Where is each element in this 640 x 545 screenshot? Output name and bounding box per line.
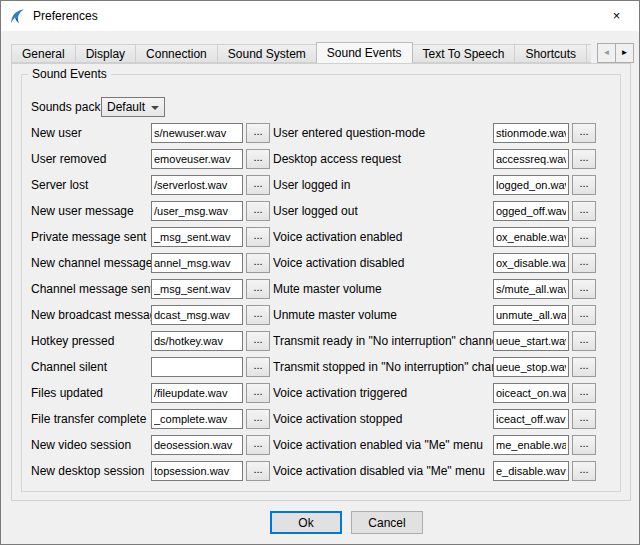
desktop-access-request-sound-input[interactable] bbox=[493, 149, 569, 169]
mute-master-volume-label: Mute master volume bbox=[273, 282, 493, 296]
channel-message-sent-sound-input[interactable] bbox=[151, 279, 243, 299]
row-voice-activation-triggered: Voice activation triggered ... bbox=[273, 383, 596, 403]
file-transfer-complete-browse-button[interactable]: ... bbox=[246, 409, 270, 429]
transmit-ready-no-interruption-sound-input[interactable] bbox=[493, 331, 569, 351]
new-video-session-browse-button[interactable]: ... bbox=[246, 435, 270, 455]
voice-activation-triggered-sound-input[interactable] bbox=[493, 383, 569, 403]
file-transfer-complete-sound-input[interactable] bbox=[151, 409, 243, 429]
row-new-desktop-session: New desktop session ... bbox=[31, 461, 270, 481]
voice-activation-enabled-sound-input[interactable] bbox=[493, 227, 569, 247]
new-user-browse-button[interactable]: ... bbox=[246, 123, 270, 143]
channel-message-sent-browse-button[interactable]: ... bbox=[246, 279, 270, 299]
close-icon[interactable]: × bbox=[594, 1, 639, 30]
voice-activation-stopped-browse-button[interactable]: ... bbox=[572, 409, 596, 429]
tab-video[interactable]: Video bbox=[586, 44, 591, 63]
new-video-session-sound-input[interactable] bbox=[151, 435, 243, 455]
new-desktop-session-browse-button[interactable]: ... bbox=[246, 461, 270, 481]
tab-display[interactable]: Display bbox=[75, 44, 136, 63]
new-broadcast-message-sound-input[interactable] bbox=[151, 305, 243, 325]
mute-master-volume-browse-button[interactable]: ... bbox=[572, 279, 596, 299]
voice-activation-disabled-me-menu-sound-input[interactable] bbox=[493, 461, 569, 481]
voice-activation-disabled-browse-button[interactable]: ... bbox=[572, 253, 596, 273]
transmit-ready-no-interruption-label: Transmit ready in "No interruption" chan… bbox=[273, 334, 493, 348]
dropdown-arrow-icon bbox=[151, 106, 159, 110]
new-channel-message-label: New channel message bbox=[31, 256, 151, 270]
unmute-master-volume-browse-button[interactable]: ... bbox=[572, 305, 596, 325]
unmute-master-volume-label: Unmute master volume bbox=[273, 308, 493, 322]
user-entered-question-mode-browse-button[interactable]: ... bbox=[572, 123, 596, 143]
transmit-ready-no-interruption-browse-button[interactable]: ... bbox=[572, 331, 596, 351]
new-channel-message-sound-input[interactable] bbox=[151, 253, 243, 273]
voice-activation-enabled-browse-button[interactable]: ... bbox=[572, 227, 596, 247]
row-user-logged-in: User logged in ... bbox=[273, 175, 596, 195]
channel-silent-sound-input[interactable] bbox=[151, 357, 243, 377]
desktop-access-request-label: Desktop access request bbox=[273, 152, 493, 166]
row-transmit-stopped-no-interruption: Transmit stopped in "No interruption" ch… bbox=[273, 357, 596, 377]
new-broadcast-message-label: New broadcast message bbox=[31, 308, 151, 322]
tab-connection[interactable]: Connection bbox=[135, 44, 218, 63]
private-message-sent-browse-button[interactable]: ... bbox=[246, 227, 270, 247]
user-logged-in-sound-input[interactable] bbox=[493, 175, 569, 195]
voice-activation-enabled-me-menu-browse-button[interactable]: ... bbox=[572, 435, 596, 455]
server-lost-sound-input[interactable] bbox=[151, 175, 243, 195]
user-removed-sound-input[interactable] bbox=[151, 149, 243, 169]
new-desktop-session-sound-input[interactable] bbox=[151, 461, 243, 481]
new-broadcast-message-browse-button[interactable]: ... bbox=[246, 305, 270, 325]
voice-activation-stopped-sound-input[interactable] bbox=[493, 409, 569, 429]
cancel-button[interactable]: Cancel bbox=[351, 511, 423, 534]
tab-sound-events[interactable]: Sound Events bbox=[316, 42, 413, 63]
row-hotkey-pressed: Hotkey pressed ... bbox=[31, 331, 270, 351]
unmute-master-volume-sound-input[interactable] bbox=[493, 305, 569, 325]
file-transfer-complete-label: File transfer complete bbox=[31, 412, 151, 426]
tab-text-to-speech[interactable]: Text To Speech bbox=[412, 44, 516, 63]
voice-activation-disabled-sound-input[interactable] bbox=[493, 253, 569, 273]
private-message-sent-sound-input[interactable] bbox=[151, 227, 243, 247]
sound-events-left-column: New user ... User removed ... Server los… bbox=[31, 123, 270, 487]
voice-activation-triggered-browse-button[interactable]: ... bbox=[572, 383, 596, 403]
user-entered-question-mode-sound-input[interactable] bbox=[493, 123, 569, 143]
sounds-pack-select[interactable]: Default bbox=[101, 97, 165, 117]
sounds-pack-row: Sounds pack Default bbox=[31, 97, 165, 117]
row-user-entered-question-mode: User entered question-mode ... bbox=[273, 123, 596, 143]
voice-activation-triggered-label: Voice activation triggered bbox=[273, 386, 493, 400]
user-logged-out-browse-button[interactable]: ... bbox=[572, 201, 596, 221]
transmit-stopped-no-interruption-sound-input[interactable] bbox=[493, 357, 569, 377]
tab-scroll-right-icon[interactable]: ► bbox=[615, 43, 634, 63]
desktop-access-request-browse-button[interactable]: ... bbox=[572, 149, 596, 169]
tab-scroll-left-icon[interactable]: ◄ bbox=[597, 43, 616, 63]
tab-sound-system[interactable]: Sound System bbox=[217, 44, 317, 63]
row-voice-activation-enabled: Voice activation enabled ... bbox=[273, 227, 596, 247]
row-channel-message-sent: Channel message sent ... bbox=[31, 279, 270, 299]
row-user-logged-out: User logged out ... bbox=[273, 201, 596, 221]
channel-silent-browse-button[interactable]: ... bbox=[246, 357, 270, 377]
tab-scroller: ◄ ► bbox=[597, 43, 634, 63]
row-file-transfer-complete: File transfer complete ... bbox=[31, 409, 270, 429]
server-lost-browse-button[interactable]: ... bbox=[246, 175, 270, 195]
files-updated-browse-button[interactable]: ... bbox=[246, 383, 270, 403]
new-user-message-browse-button[interactable]: ... bbox=[246, 201, 270, 221]
user-removed-browse-button[interactable]: ... bbox=[246, 149, 270, 169]
voice-activation-enabled-me-menu-label: Voice activation enabled via "Me" menu bbox=[273, 438, 493, 452]
row-desktop-access-request: Desktop access request ... bbox=[273, 149, 596, 169]
tab-bar: General Display Connection Sound System … bbox=[11, 42, 591, 63]
title-bar: Preferences × bbox=[1, 1, 639, 31]
user-logged-in-browse-button[interactable]: ... bbox=[572, 175, 596, 195]
ok-button[interactable]: Ok bbox=[270, 511, 342, 534]
row-voice-activation-stopped: Voice activation stopped ... bbox=[273, 409, 596, 429]
new-desktop-session-label: New desktop session bbox=[31, 464, 151, 478]
transmit-stopped-no-interruption-browse-button[interactable]: ... bbox=[572, 357, 596, 377]
row-new-user: New user ... bbox=[31, 123, 270, 143]
new-user-message-sound-input[interactable] bbox=[151, 201, 243, 221]
voice-activation-enabled-me-menu-sound-input[interactable] bbox=[493, 435, 569, 455]
tab-shortcuts[interactable]: Shortcuts bbox=[514, 44, 587, 63]
user-logged-out-sound-input[interactable] bbox=[493, 201, 569, 221]
new-channel-message-browse-button[interactable]: ... bbox=[246, 253, 270, 273]
voice-activation-disabled-me-menu-browse-button[interactable]: ... bbox=[572, 461, 596, 481]
hotkey-pressed-sound-input[interactable] bbox=[151, 331, 243, 351]
files-updated-sound-input[interactable] bbox=[151, 383, 243, 403]
tab-general[interactable]: General bbox=[11, 44, 76, 63]
new-user-sound-input[interactable] bbox=[151, 123, 243, 143]
row-new-user-message: New user message ... bbox=[31, 201, 270, 221]
hotkey-pressed-browse-button[interactable]: ... bbox=[246, 331, 270, 351]
mute-master-volume-sound-input[interactable] bbox=[493, 279, 569, 299]
